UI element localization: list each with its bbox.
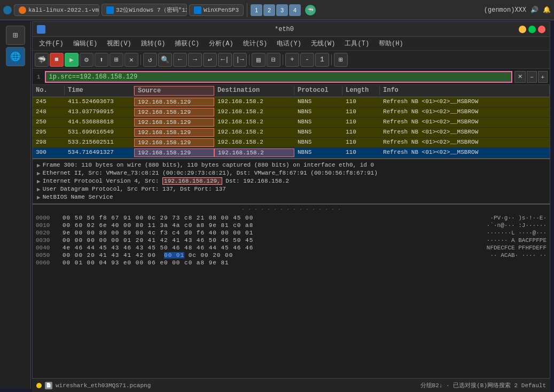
- status-indicator: [36, 383, 42, 388]
- menu-file[interactable]: 文件(F): [35, 38, 68, 49]
- toolbar-close-button[interactable]: ✕: [124, 53, 138, 67]
- expand-arrow-frame: ▶: [37, 162, 41, 169]
- detail-frame[interactable]: ▶ Frame 300: 110 bytes on wire (880 bits…: [36, 161, 547, 169]
- hex-ascii: ·· ACAB· ···· ··: [490, 252, 547, 258]
- toolbar-prev-button[interactable]: ←|: [218, 53, 232, 67]
- hex-offset: 0050: [36, 252, 57, 258]
- pkt-proto: NBNS: [294, 98, 342, 106]
- hex-bytes: 00 00 20 41 43 41 42 00 00 01 0c 00 20 0…: [63, 252, 485, 258]
- packet-row[interactable]: 245 411.524603673 192.168.158.129 192.16…: [33, 97, 550, 107]
- filter-close-button[interactable]: ✕: [514, 71, 526, 83]
- toolbar-pane2-button[interactable]: ⊟: [267, 53, 280, 67]
- pkt-len: 110: [342, 98, 380, 106]
- filter-input[interactable]: [45, 71, 513, 83]
- workspace-1[interactable]: 1: [251, 4, 262, 16]
- close-button[interactable]: [538, 26, 545, 33]
- header-no: No.: [33, 86, 65, 96]
- toolbar-start-button[interactable]: ▶: [65, 53, 79, 67]
- hex-bytes: 00 01 00 04 93 e0 00 06 e0 00 c0 a8 9e 8…: [63, 260, 541, 266]
- pkt-time: 533.215602511: [65, 138, 134, 147]
- pkt-no: 300: [33, 148, 65, 157]
- toolbar-pane1-button[interactable]: ▤: [252, 53, 266, 67]
- minimize-button[interactable]: [519, 26, 526, 33]
- filter-minus-button[interactable]: −: [527, 71, 536, 83]
- pkt-len: 110: [342, 128, 380, 137]
- pkt-len: 110: [342, 138, 380, 147]
- pkt-no: 250: [33, 118, 65, 127]
- packet-row[interactable]: 250 414.536888618 192.168.158.129 192.16…: [33, 117, 550, 128]
- toolbar-next-button[interactable]: |→: [233, 53, 247, 67]
- pkt-dst: 192.168.158.2: [214, 118, 294, 127]
- detail-ip[interactable]: ▶ Internet Protocol Version 4, Src: 192.…: [36, 177, 547, 185]
- detail-ethernet[interactable]: ▶ Ethernet II, Src: VMware_73:c8:21 (00:…: [36, 169, 547, 177]
- pkt-src: 192.168.158.129: [134, 138, 214, 147]
- pkt-info: Refresh NB <01><02>__MSBROW: [380, 108, 550, 116]
- hex-bytes: 00 60 02 6e 40 00 80 11 3a 4a c0 a8 9e 8…: [63, 222, 481, 229]
- menu-capture[interactable]: 捕获(C): [170, 38, 204, 49]
- menu-help[interactable]: 帮助(H): [374, 38, 408, 49]
- menu-phone[interactable]: 电话(Y): [272, 38, 306, 49]
- toolbar-stop-button[interactable]: ■: [50, 53, 64, 67]
- sidebar-icon-2[interactable]: 🌐: [6, 47, 25, 66]
- header-protocol: Protocol: [294, 86, 342, 96]
- pkt-src: 192.168.158.129: [134, 118, 214, 127]
- detail-ethernet-text: Ethernet II, Src: VMware_73:c8:21 (00:0c…: [43, 170, 545, 176]
- toolbar-back-button[interactable]: ←: [173, 53, 187, 67]
- menu-tools[interactable]: 工具(T): [340, 38, 373, 49]
- taskbar-tab-winxp[interactable]: WinXPenSP3: [189, 4, 244, 16]
- detail-nbns[interactable]: ▶ NetBIOS Name Service: [36, 193, 547, 201]
- toolbar-zoom-minus[interactable]: -: [300, 53, 314, 67]
- filter-number: 1: [35, 74, 43, 80]
- packet-row[interactable]: 298 533.215602511 192.168.158.129 192.16…: [33, 138, 550, 148]
- toolbar-refresh-button[interactable]: ↺: [143, 53, 157, 67]
- menu-go[interactable]: 跳转(G): [137, 38, 170, 49]
- maximize-button[interactable]: [528, 26, 536, 33]
- pkt-no: 248: [33, 108, 65, 116]
- pkt-src: 192.168.158.129: [134, 148, 214, 157]
- toolbar-zoom-reset[interactable]: 1: [315, 53, 329, 67]
- hex-highlight: 00 01: [164, 252, 184, 258]
- detail-udp-text: User Datagram Protocol, Src Port: 137, D…: [43, 186, 545, 192]
- toolbar-jump-button[interactable]: ↩: [203, 53, 217, 67]
- menu-wireless[interactable]: 无线(W): [307, 38, 340, 49]
- pkt-proto: NBNS: [294, 118, 342, 127]
- packet-row[interactable]: 248 413.037790915 192.168.158.129 192.16…: [33, 107, 550, 117]
- pkt-len: 110: [342, 118, 380, 127]
- hex-row-2: 0020 9e 00 00 89 00 89 00 4c f3 c4 d0 f6…: [36, 229, 547, 237]
- menu-edit[interactable]: 编辑(E): [69, 38, 102, 49]
- toolbar-grid-button[interactable]: ⊞: [110, 53, 123, 67]
- workspace-2[interactable]: 2: [263, 4, 275, 16]
- toolbar-shark-icon[interactable]: 🦈: [35, 53, 49, 67]
- workspace-4[interactable]: 4: [289, 4, 301, 16]
- packet-row[interactable]: 295 531.699616549 192.168.158.129 192.16…: [33, 128, 550, 138]
- toolbar: 🦈 ■ ▶ ⚙ ⬆ ⊞ ✕ ↺ 🔍 ← → ↩ ←| |→ ▤ ⊟ + - 1 …: [33, 51, 550, 69]
- wireshark-taskbar-icon[interactable]: 🦈: [305, 5, 316, 15]
- pkt-time: 411.524603673: [65, 98, 134, 106]
- hex-bytes: 4e 46 44 45 43 46 43 45 50 46 48 46 44 4…: [63, 245, 481, 251]
- toolbar-forward-button[interactable]: →: [188, 53, 202, 67]
- expand-arrow-ethernet: ▶: [37, 170, 41, 177]
- menu-stats[interactable]: 统计(S): [239, 38, 272, 49]
- pkt-dst: 192.168.158.2: [214, 138, 294, 147]
- taskbar-tab-win7[interactable]: 32位Windows 7（密码"1234...: [102, 4, 187, 16]
- toolbar-columns-button[interactable]: ⊞: [334, 53, 348, 67]
- toolbar-upload-button[interactable]: ⬆: [95, 53, 108, 67]
- toolbar-settings-button[interactable]: ⚙: [80, 53, 93, 67]
- sidebar-icon-1[interactable]: ⊞: [6, 26, 25, 45]
- menu-analyze[interactable]: 分析(A): [205, 38, 238, 49]
- detail-udp[interactable]: ▶ User Datagram Protocol, Src Port: 137,…: [36, 185, 547, 193]
- hex-ascii: ·PV·g·· )s·!··E·: [490, 215, 547, 221]
- hex-row-3: 0030 00 00 00 00 00 01 20 41 42 41 43 46…: [36, 237, 547, 244]
- workspace-3[interactable]: 3: [276, 4, 288, 16]
- menu-view[interactable]: 视图(V): [103, 38, 136, 49]
- taskbar-tab-firefox[interactable]: kali-linux-2022.1-vmware...: [14, 4, 99, 16]
- toolbar-zoom-plus[interactable]: +: [285, 53, 299, 67]
- hex-ascii: ·`·n@··· :J······: [487, 222, 547, 229]
- kali-icon: [3, 6, 12, 14]
- pkt-src: 192.168.158.129: [134, 98, 214, 106]
- pkt-dst: 192.168.158.2: [214, 108, 294, 116]
- filter-plus-button[interactable]: +: [538, 71, 548, 83]
- pkt-dst: 192.168.158.2: [214, 98, 294, 106]
- toolbar-search-button[interactable]: 🔍: [158, 53, 172, 67]
- packet-row-selected[interactable]: 300 534.716491327 192.168.158.129 192.16…: [33, 148, 550, 158]
